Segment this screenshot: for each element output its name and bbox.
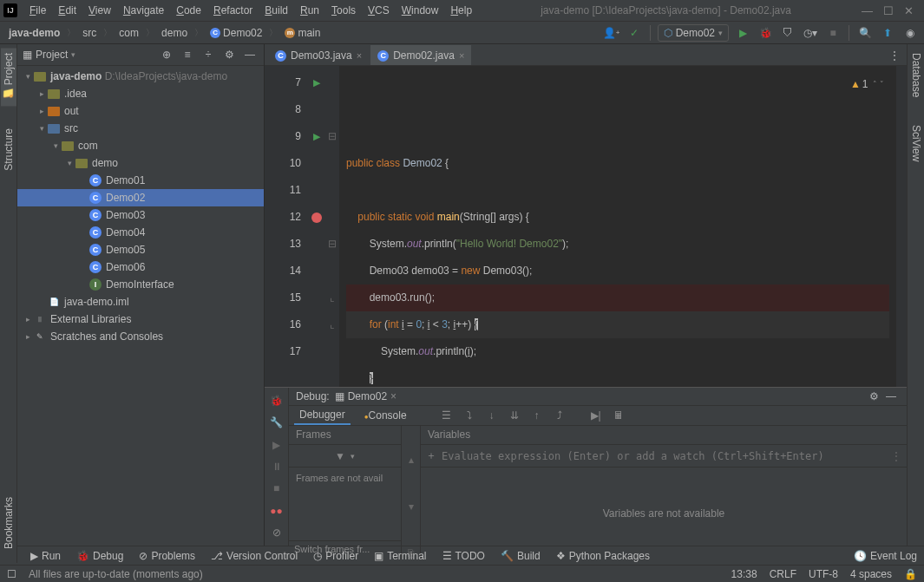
crumb-method[interactable]: mmain bbox=[281, 26, 324, 40]
crumb-src[interactable]: src bbox=[79, 26, 100, 40]
close-tab-icon[interactable]: × bbox=[459, 50, 464, 61]
resume-icon[interactable]: ▶ bbox=[268, 437, 285, 452]
menu-build[interactable]: Build bbox=[259, 3, 293, 18]
bottom-tool-terminal[interactable]: ▣Terminal bbox=[374, 550, 426, 562]
menu-help[interactable]: Help bbox=[445, 3, 477, 18]
menu-navigate[interactable]: Navigate bbox=[118, 3, 169, 18]
search-icon[interactable]: 🔍 bbox=[856, 24, 874, 42]
collapse-all-icon[interactable]: ÷ bbox=[200, 46, 217, 63]
menu-tools[interactable]: Tools bbox=[326, 3, 361, 18]
code-editor[interactable]: 7891011121314151617 ▶ ▶ ⊟ ⊟ ⌞⌞ ▲ 1 ˄ ˅ p… bbox=[265, 66, 907, 387]
inspection-widget[interactable]: ▲ 1 ˄ ˅ bbox=[850, 71, 884, 98]
tree-node-com[interactable]: ▾com bbox=[17, 137, 264, 154]
menu-window[interactable]: Window bbox=[396, 3, 444, 18]
tree-node-.idea[interactable]: ▸.idea bbox=[17, 85, 264, 102]
editor-tab-Demo02.java[interactable]: CDemo02.java× bbox=[370, 45, 471, 65]
code-content[interactable]: ▲ 1 ˄ ˅ public class Demo02 { public sta… bbox=[339, 66, 896, 387]
status-indent[interactable]: 4 spaces bbox=[850, 568, 892, 580]
tree-node-demo01[interactable]: CDemo01 bbox=[17, 172, 264, 189]
tool-database[interactable]: Database bbox=[908, 48, 924, 102]
event-log[interactable]: 🕓Event Log bbox=[854, 550, 917, 562]
run-button[interactable]: ▶ bbox=[734, 24, 751, 42]
debug-settings-icon[interactable]: ⚙ bbox=[865, 388, 882, 405]
modify-run-config-icon[interactable]: 🔧 bbox=[268, 415, 285, 429]
tree-node-src[interactable]: ▾src bbox=[17, 120, 264, 137]
status-lock-icon[interactable]: 🔒 bbox=[904, 568, 917, 580]
rerun-icon[interactable]: 🐞 bbox=[268, 393, 285, 408]
console-tab[interactable]: ●Console bbox=[359, 407, 412, 424]
step-out-icon[interactable]: ↑ bbox=[528, 407, 546, 424]
frames-up-icon[interactable]: ▴ bbox=[409, 454, 414, 466]
menu-view[interactable]: View bbox=[83, 3, 116, 18]
update-icon[interactable]: ⬆ bbox=[879, 24, 896, 42]
fold-gutter[interactable]: ⊟ ⊟ ⌞⌞ bbox=[325, 66, 339, 387]
tree-node-demo05[interactable]: CDemo05 bbox=[17, 241, 264, 258]
crumb-com[interactable]: com bbox=[115, 26, 142, 40]
crumb-demo[interactable]: demo bbox=[158, 26, 191, 40]
editor-tab-Demo03.java[interactable]: CDemo03.java× bbox=[268, 45, 369, 65]
tree-node-scratches and consoles[interactable]: ▸✎Scratches and Consoles bbox=[17, 328, 264, 345]
line-number-gutter[interactable]: 7891011121314151617 bbox=[265, 66, 308, 387]
crumb-class[interactable]: CDemo02 bbox=[206, 26, 265, 40]
run-configuration-selector[interactable]: ⬡Demo02▾ bbox=[658, 24, 729, 42]
run-to-cursor-icon[interactable]: ▶| bbox=[587, 407, 605, 424]
add-user-icon[interactable]: 👤+ bbox=[603, 24, 620, 42]
tree-node-demointerface[interactable]: IDemoInterface bbox=[17, 276, 264, 293]
status-icon[interactable]: ☐ bbox=[7, 568, 16, 580]
evaluate-expression-input[interactable] bbox=[442, 450, 886, 462]
bottom-tool-todo[interactable]: ☰TODO bbox=[442, 550, 485, 562]
expand-all-icon[interactable]: ≡ bbox=[179, 46, 196, 63]
step-over-icon[interactable]: ⤵ bbox=[461, 407, 478, 424]
tree-node-demo[interactable]: ▾demo bbox=[17, 154, 264, 172]
minimize-button[interactable]: — bbox=[862, 4, 873, 17]
run-gutter[interactable]: ▶ ▶ bbox=[308, 66, 325, 387]
status-encoding[interactable]: UTF-8 bbox=[809, 568, 838, 580]
tree-node-external libraries[interactable]: ▸⫴External Libraries bbox=[17, 311, 264, 328]
vars-more-icon[interactable]: ⋮ bbox=[891, 450, 901, 462]
select-opened-file-icon[interactable]: ⊕ bbox=[158, 46, 175, 63]
bottom-tool-debug[interactable]: 🐞Debug bbox=[76, 550, 123, 562]
crumb-project[interactable]: java-demo bbox=[5, 26, 63, 40]
menu-file[interactable]: File bbox=[24, 3, 51, 18]
project-tree[interactable]: ▾java-demo D:\IdeaProjects\java-demo▸.id… bbox=[17, 66, 264, 546]
tree-node-demo02[interactable]: CDemo02 bbox=[17, 189, 264, 206]
status-time[interactable]: 13:38 bbox=[731, 568, 757, 580]
bottom-tool-build[interactable]: 🔨Build bbox=[501, 550, 541, 562]
step-into-icon[interactable]: ↓ bbox=[483, 407, 501, 424]
ide-services-icon[interactable]: ◉ bbox=[901, 24, 919, 42]
debug-hide-icon[interactable]: — bbox=[882, 388, 900, 405]
frames-filter-icon[interactable]: ▼ bbox=[335, 450, 345, 462]
menu-vcs[interactable]: VCS bbox=[363, 3, 395, 18]
tree-node-demo06[interactable]: CDemo06 bbox=[17, 258, 264, 276]
stop-debug-icon[interactable]: ■ bbox=[268, 481, 285, 496]
stop-button[interactable]: ■ bbox=[824, 24, 842, 42]
evaluate-expression-icon[interactable]: 🖩 bbox=[610, 407, 627, 424]
bottom-tool-problems[interactable]: ⊘Problems bbox=[139, 550, 195, 562]
view-breakpoints-icon[interactable]: ●● bbox=[268, 503, 285, 518]
profile-button[interactable]: ◷▾ bbox=[802, 24, 819, 42]
error-stripe[interactable] bbox=[896, 66, 907, 387]
menu-edit[interactable]: Edit bbox=[53, 3, 82, 18]
bottom-tool-run[interactable]: ▶Run bbox=[30, 550, 61, 562]
tree-node-demo03[interactable]: CDemo03 bbox=[17, 206, 264, 224]
tool-structure[interactable]: Structure bbox=[1, 123, 16, 176]
editor-tab-more-icon[interactable]: ⋮ bbox=[882, 46, 907, 65]
close-tab-icon[interactable]: × bbox=[357, 50, 362, 61]
tree-node-java-demo[interactable]: ▾java-demo D:\IdeaProjects\java-demo bbox=[17, 68, 264, 85]
frames-down-icon[interactable]: ▾ bbox=[409, 500, 414, 513]
force-step-into-icon[interactable]: ⇊ bbox=[506, 407, 523, 424]
pause-icon[interactable]: ⏸ bbox=[268, 459, 285, 474]
mute-breakpoints-icon[interactable]: ⊘ bbox=[268, 526, 285, 540]
tree-node-demo04[interactable]: CDemo04 bbox=[17, 224, 264, 241]
tree-node-java-demo.iml[interactable]: 📄java-demo.iml bbox=[17, 293, 264, 311]
bottom-tool-profiler[interactable]: ◷Profiler bbox=[313, 550, 358, 562]
frames-dropdown-icon[interactable]: ▾ bbox=[351, 452, 355, 461]
bottom-tool-python-packages[interactable]: ❖Python Packages bbox=[556, 550, 650, 562]
vcs-checkmark-icon[interactable]: ✓ bbox=[626, 24, 643, 42]
status-eol[interactable]: CRLF bbox=[770, 568, 796, 580]
settings-icon[interactable]: ⚙ bbox=[220, 46, 238, 63]
hide-panel-icon[interactable]: — bbox=[241, 46, 259, 63]
debugger-tab[interactable]: Debugger bbox=[294, 406, 351, 425]
tool-bookmarks[interactable]: Bookmarks bbox=[1, 492, 16, 554]
debug-button[interactable]: 🐞 bbox=[757, 24, 774, 42]
